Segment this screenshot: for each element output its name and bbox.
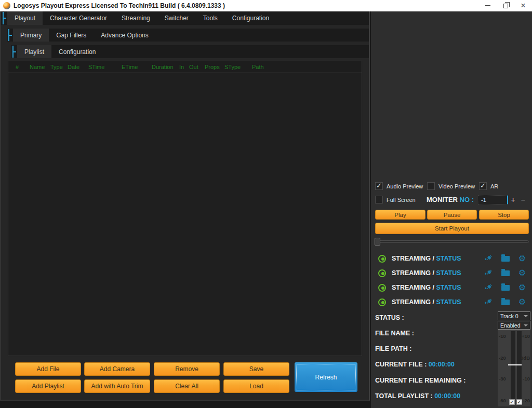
connect-plug-icon[interactable] bbox=[484, 298, 493, 306]
monitor-increment-button[interactable]: + bbox=[509, 195, 517, 205]
stream-label-text: STREAMING / bbox=[392, 284, 434, 291]
stream-row-1: STREAMING / STATUS ⚙ bbox=[371, 252, 532, 265]
start-playout-button[interactable]: Start Playout bbox=[375, 223, 529, 234]
full-screen-checkbox[interactable] bbox=[375, 196, 383, 203]
column-header-stime[interactable]: STime bbox=[88, 64, 122, 70]
minimize-button[interactable] bbox=[479, 0, 497, 11]
add-playlist-button[interactable]: Add Playlist bbox=[15, 379, 81, 393]
channel-left-checkbox[interactable]: ✓ bbox=[509, 399, 515, 405]
column-header-type[interactable]: Type bbox=[50, 64, 68, 70]
column-header-path[interactable]: Path bbox=[252, 64, 362, 70]
video-preview-label: Video Preview bbox=[438, 183, 475, 189]
tab-playlist[interactable]: Playlist bbox=[17, 45, 51, 58]
stop-button[interactable]: Stop bbox=[479, 210, 529, 220]
gear-icon[interactable]: ⚙ bbox=[518, 298, 526, 306]
tab-gap-fillers[interactable]: Gap Fillers bbox=[49, 29, 94, 42]
playlist-grid-body[interactable] bbox=[8, 73, 362, 356]
folder-icon[interactable] bbox=[501, 256, 510, 262]
column-header-duration[interactable]: Duration bbox=[152, 64, 179, 70]
ar-option: AR bbox=[479, 182, 498, 190]
volume-slider-handle[interactable] bbox=[508, 364, 522, 365]
connect-plug-icon[interactable] bbox=[484, 269, 493, 277]
save-button[interactable]: Save bbox=[223, 362, 289, 376]
pause-button[interactable]: Pause bbox=[427, 210, 477, 220]
status-label: STATUS : bbox=[375, 314, 404, 321]
stream-status-text: STATUS bbox=[436, 269, 461, 277]
scale-right-3: -10 bbox=[523, 376, 530, 382]
tab-advance-options[interactable]: Advance Options bbox=[94, 29, 155, 42]
audio-preview-label: Audio Preview bbox=[387, 183, 423, 189]
restore-button[interactable] bbox=[497, 0, 514, 11]
track-select-value: Track 0 bbox=[500, 313, 524, 319]
connect-plug-icon[interactable] bbox=[484, 283, 493, 292]
primary-tab-bar: Primary Gap Fillers Advance Options bbox=[7, 29, 369, 42]
column-header-etime[interactable]: ETime bbox=[122, 64, 152, 70]
column-header-props[interactable]: Props bbox=[205, 64, 224, 70]
tab-configuration[interactable]: Configuration bbox=[51, 45, 103, 58]
enabled-select[interactable]: Enabled bbox=[498, 321, 530, 330]
ar-checkbox[interactable] bbox=[479, 182, 487, 190]
preview-control-panel: Audio Preview Video Preview AR Full Scre… bbox=[371, 11, 532, 408]
close-button[interactable]: × bbox=[514, 0, 532, 11]
stream-label: STREAMING / STATUS bbox=[392, 298, 461, 306]
column-header-name[interactable]: Name bbox=[30, 64, 50, 70]
playlist-grid[interactable]: # Name Type Date STime ETime Duration In… bbox=[8, 61, 362, 356]
folder-icon[interactable] bbox=[501, 300, 510, 305]
menu-item-switcher[interactable]: Switcher bbox=[157, 11, 196, 25]
stream-row-2: STREAMING / STATUS ⚙ bbox=[371, 267, 532, 279]
monitor-decrement-button[interactable]: − bbox=[519, 195, 527, 205]
video-preview-option: Video Preview bbox=[427, 182, 475, 190]
track-select[interactable]: Track 0 bbox=[498, 311, 530, 320]
tab-primary[interactable]: Primary bbox=[13, 29, 49, 42]
current-file-value: 00:00:00 bbox=[429, 361, 455, 368]
folder-icon[interactable] bbox=[501, 285, 510, 291]
audio-preview-option: Audio Preview bbox=[375, 182, 423, 190]
seek-slider-handle[interactable] bbox=[375, 238, 380, 246]
stream-status-text: STATUS bbox=[436, 255, 461, 262]
monitor-number-input[interactable]: -1 bbox=[478, 195, 508, 205]
playlist-actions-panel: Add File Add Camera Remove Save Add Play… bbox=[1, 362, 371, 395]
close-icon: × bbox=[521, 2, 525, 10]
column-header-date[interactable]: Date bbox=[68, 64, 88, 70]
column-header-stype[interactable]: SType bbox=[224, 64, 252, 70]
stream-status-text: STATUS bbox=[436, 298, 461, 306]
column-header-index[interactable]: # bbox=[16, 64, 30, 70]
stream-row-3: STREAMING / STATUS ⚙ bbox=[371, 281, 532, 294]
scale-left-2: -20 bbox=[499, 355, 506, 361]
video-preview-checkbox[interactable] bbox=[427, 182, 435, 190]
audio-level-meter: -10 -20 -30 -60 +10 0dB -10 -20 ✓ ✓ bbox=[498, 330, 530, 406]
total-playlist-label: TOTAL PLAYLIST : bbox=[375, 392, 433, 400]
seek-slider-track[interactable] bbox=[375, 240, 529, 243]
monitor-no-label: MONITER NO : bbox=[427, 196, 474, 203]
load-button[interactable]: Load bbox=[223, 379, 289, 393]
clear-all-button[interactable]: Clear All bbox=[154, 379, 220, 393]
add-auto-trim-button[interactable]: Add with Auto Trim bbox=[84, 379, 150, 393]
connect-plug-icon[interactable] bbox=[484, 254, 493, 263]
column-header-in[interactable]: In bbox=[179, 64, 189, 70]
chevron-down-icon bbox=[524, 315, 528, 317]
current-file-remaining-label: CURRENT FILE REMAINING : bbox=[375, 377, 466, 384]
add-file-button[interactable]: Add File bbox=[15, 362, 81, 376]
add-camera-button[interactable]: Add Camera bbox=[84, 362, 150, 376]
remove-button[interactable]: Remove bbox=[154, 362, 220, 376]
menu-item-playout[interactable]: Playout bbox=[7, 11, 43, 25]
audio-preview-checkbox[interactable] bbox=[375, 182, 383, 190]
playlist-tab-bar: Playlist Configuration bbox=[11, 45, 369, 58]
gear-icon[interactable]: ⚙ bbox=[518, 254, 526, 263]
stream-actions: ⚙ bbox=[484, 254, 526, 263]
menu-item-configuration[interactable]: Configuration bbox=[225, 11, 276, 25]
refresh-button[interactable]: Refresh bbox=[295, 362, 357, 392]
folder-icon[interactable] bbox=[501, 270, 510, 276]
play-button[interactable]: Play bbox=[375, 210, 425, 220]
app-logo-icon bbox=[3, 2, 10, 9]
channel-right-checkbox[interactable]: ✓ bbox=[516, 399, 522, 405]
stream-label-text: STREAMING / bbox=[392, 269, 434, 277]
video-preview-area bbox=[371, 11, 532, 179]
gear-icon[interactable]: ⚙ bbox=[518, 283, 526, 292]
column-header-out[interactable]: Out bbox=[189, 64, 205, 70]
gear-icon[interactable]: ⚙ bbox=[518, 269, 526, 277]
menu-item-tools[interactable]: Tools bbox=[196, 11, 225, 25]
stream-label: STREAMING / STATUS bbox=[392, 255, 461, 262]
menu-item-streaming[interactable]: Streaming bbox=[114, 11, 157, 25]
menu-item-character-generator[interactable]: Character Generator bbox=[43, 11, 114, 25]
